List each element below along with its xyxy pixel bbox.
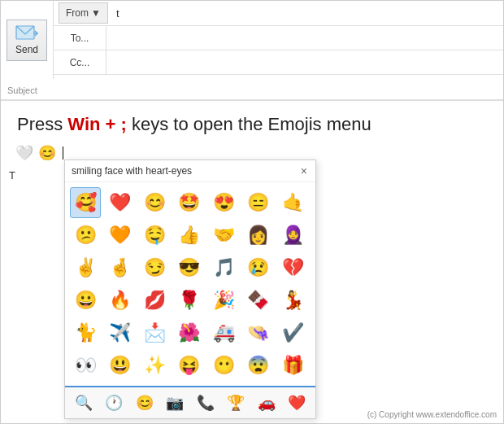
emoji-cell[interactable]: ✌️ <box>70 252 101 283</box>
emoji-cell[interactable]: 🥰 <box>70 187 101 218</box>
send-button[interactable]: Send <box>7 20 47 61</box>
emoji-cell[interactable]: 😨 <box>243 350 274 381</box>
emoji-cell[interactable]: ❤️ <box>105 187 136 218</box>
emoji-cell[interactable]: 😕 <box>70 220 101 251</box>
footer-icon[interactable]: 🕐 <box>102 392 126 413</box>
footer-icon[interactable]: 📞 <box>193 392 218 413</box>
emoji-cell[interactable]: 🎵 <box>208 252 239 283</box>
to-row: To... <box>54 26 503 50</box>
emoji-grid: 🥰❤️😊🤩😍😑🤙😕🧡🤤👍🤝👩🧕✌️🤞😏😎🎵😢💔😀🔥💋🌹🎉🍫💃🐈✈️📩🌺🚑👒✔️👀… <box>65 182 315 386</box>
emoji-cell[interactable]: 🤙 <box>277 187 308 218</box>
cc-row: Cc... <box>54 50 503 75</box>
subject-input[interactable] <box>44 80 503 98</box>
send-label: Send <box>15 44 38 55</box>
emoji-cell[interactable]: 💋 <box>139 285 170 316</box>
send-button-area: Send <box>1 1 54 79</box>
footer-icon[interactable]: 🏆 <box>224 392 248 413</box>
emoji-cell[interactable]: 🎉 <box>208 285 239 316</box>
emoji-cell[interactable]: 💃 <box>277 285 308 316</box>
emoji-cell[interactable]: 🤝 <box>208 220 239 251</box>
footer-icon[interactable]: 🔍 <box>72 392 96 413</box>
header-top-row: Send From ▼ t To... <box>1 1 503 79</box>
emoji-cell[interactable]: 💔 <box>277 252 308 283</box>
send-icon <box>15 25 38 42</box>
emoji-cell[interactable]: 😢 <box>243 252 274 283</box>
emoji-cell[interactable]: 😏 <box>139 252 170 283</box>
emoji-cell[interactable]: 😎 <box>174 252 205 283</box>
copyright: (c) Copyright www.extendoffice.com <box>367 410 497 419</box>
emoji-cell[interactable]: 😊 <box>139 187 170 218</box>
emoji-cell[interactable]: 🌺 <box>174 317 205 348</box>
subject-label: Subject <box>1 84 44 95</box>
emoji-cell[interactable]: 🐈 <box>70 317 101 348</box>
emoji-close-button[interactable]: × <box>299 164 309 177</box>
cc-input[interactable] <box>106 53 503 72</box>
emoji-cell[interactable]: 👒 <box>243 317 274 348</box>
cc-button[interactable]: Cc... <box>54 50 106 74</box>
emoji-cell[interactable]: 🧡 <box>105 220 136 251</box>
emoji-cell[interactable]: 🧕 <box>277 220 308 251</box>
footer-icon[interactable]: ❤️ <box>285 392 309 413</box>
instruction-area: Press Win + ; keys to open the Emojis me… <box>9 105 495 141</box>
text-cursor <box>63 146 63 160</box>
from-button[interactable]: From ▼ <box>59 2 108 24</box>
emoji-panel-header: smiling face with heart-eyes × <box>65 160 315 182</box>
to-input[interactable] <box>106 28 503 47</box>
emoji-cell[interactable]: 😑 <box>243 187 274 218</box>
emoji-cell[interactable]: 🚑 <box>208 317 239 348</box>
emoji-cell[interactable]: 👍 <box>174 220 205 251</box>
footer-icon[interactable]: 😊 <box>133 392 157 413</box>
emoji-cell[interactable]: 😃 <box>105 350 136 381</box>
instruction-prefix: Press <box>17 114 67 134</box>
emoji-icon[interactable]: 😊 <box>38 144 56 162</box>
emoji-cell[interactable]: 🎁 <box>277 350 308 381</box>
from-value: t <box>113 4 123 23</box>
email-compose: Send From ▼ t To... <box>0 0 504 424</box>
from-dropdown-icon: ▼ <box>91 7 101 19</box>
emoji-cell[interactable]: 🤤 <box>139 220 170 251</box>
emoji-cell[interactable]: 🌹 <box>174 285 205 316</box>
emoji-cell[interactable]: 👀 <box>70 350 101 381</box>
emoji-panel-title: smiling face with heart-eyes <box>72 165 192 177</box>
emoji-cell[interactable]: ✨ <box>139 350 170 381</box>
from-row: From ▼ t <box>54 1 503 26</box>
emoji-cell[interactable]: 😍 <box>208 187 239 218</box>
footer-icon[interactable]: 🚗 <box>254 392 279 413</box>
instruction-suffix: keys to open the Emojis menu <box>127 114 371 134</box>
subject-row: Subject <box>1 79 503 100</box>
emoji-cell[interactable]: 🔥 <box>105 285 136 316</box>
emoji-cell[interactable]: 📩 <box>139 317 170 348</box>
fields-area: From ▼ t To... Cc... <box>54 1 503 79</box>
emoji-cell[interactable]: 😝 <box>174 350 205 381</box>
footer-icon[interactable]: 📷 <box>163 392 187 413</box>
emoji-cell[interactable]: ✔️ <box>277 317 308 348</box>
emoji-cell[interactable]: 👩 <box>243 220 274 251</box>
emoji-panel: smiling face with heart-eyes × 🥰❤️😊🤩😍😑🤙😕… <box>64 160 316 419</box>
instruction-shortcut: Win + ; <box>67 114 127 134</box>
emoji-panel-footer: 🔍🕐😊📷📞🏆🚗❤️ <box>65 386 315 418</box>
emoji-cell[interactable]: ✈️ <box>105 317 136 348</box>
emoji-cell[interactable]: 🤩 <box>174 187 205 218</box>
heart-icon[interactable]: 🤍 <box>15 144 33 162</box>
emoji-cell[interactable]: 😀 <box>70 285 101 316</box>
to-button[interactable]: To... <box>54 26 106 50</box>
emoji-cell[interactable]: 🤞 <box>105 252 136 283</box>
emoji-cell[interactable]: 🍫 <box>243 285 274 316</box>
email-header: Send From ▼ t To... <box>1 1 503 101</box>
emoji-cell[interactable]: 😶 <box>208 350 239 381</box>
